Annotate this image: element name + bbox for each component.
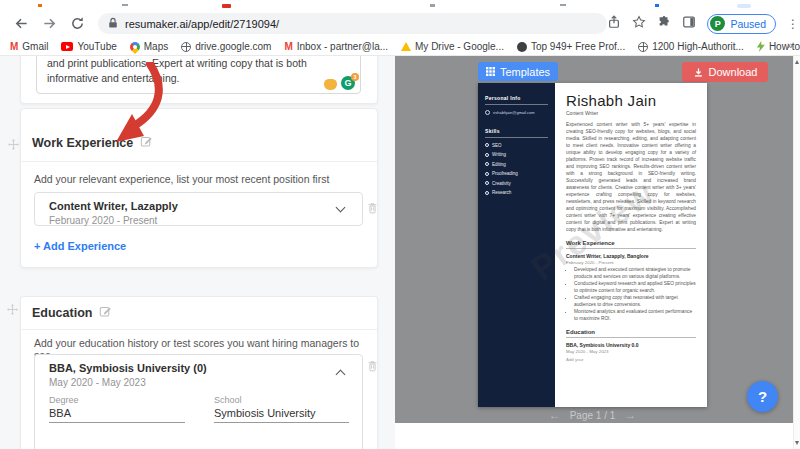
drag-move-icon[interactable] [7, 137, 20, 150]
skill-bullet-icon [485, 172, 489, 176]
skill-label: Proofreading [492, 171, 518, 176]
resume-education-date: May 2020 - May 2023 [566, 349, 696, 354]
url-bar[interactable]: resumaker.ai/app/edit/2719094/ [98, 13, 607, 34]
prev-page-icon[interactable]: ← [549, 408, 561, 422]
bookmark-label: Maps [144, 41, 168, 52]
browser-menu-icon[interactable]: ⋮ [787, 22, 793, 26]
side-panel-icon[interactable] [682, 15, 696, 33]
profile-sync-paused-badge[interactable]: P Paused [707, 14, 776, 34]
reload-icon[interactable] [70, 16, 85, 31]
work-entry-card[interactable]: Content Writer, Lazapply February 2020 -… [34, 192, 363, 226]
resume-bullet: Developed and executed content strategie… [574, 267, 696, 280]
resume-body: Rishabh Jain Content Writer Experienced … [555, 83, 707, 407]
resume-bullet: Conducted keyword research and applied S… [574, 281, 696, 294]
templates-button[interactable]: Templates [478, 62, 558, 81]
add-experience-button[interactable]: + Add Experience [34, 240, 126, 252]
skills-heading: Skills [485, 128, 548, 138]
lightning-icon [757, 41, 765, 52]
page-indicator: Page 1 / 1 [570, 410, 616, 421]
bookmark-inbox[interactable]: MInbox - partner@la... [284, 41, 388, 52]
tab-favicon-sliver [38, 4, 42, 7]
bookmark-star-icon[interactable] [632, 15, 646, 33]
bookmark-label: My Drive - Google... [415, 41, 504, 52]
summary-text[interactable]: with 7+ years' experience creating effec… [47, 56, 344, 86]
browser-window: resumaker.ai/app/edit/2719094/ P Paused … [0, 0, 800, 449]
skill-bullet-icon [485, 181, 489, 185]
preview-column: Templates Download Personal Info rishabh… [395, 56, 793, 449]
bookmark-youtube[interactable]: YouTube [61, 41, 116, 52]
download-button[interactable]: Download [682, 62, 768, 82]
youtube-icon [61, 42, 73, 51]
scroll-down-icon[interactable] [795, 441, 799, 445]
bookmark-maps[interactable]: Maps [130, 41, 168, 52]
bookmark-how-to-add[interactable]: How to add your re... [757, 41, 800, 52]
degree-input[interactable]: BBA [49, 405, 185, 423]
tab-strip[interactable] [0, 0, 800, 9]
education-entry-card[interactable]: BBA, Symbiosis University (0) May 2020 -… [34, 354, 363, 449]
app-content: with 7+ years' experience creating effec… [0, 56, 800, 449]
resume-name: Rishabh Jain [566, 92, 696, 109]
extensions-puzzle-icon[interactable] [657, 15, 671, 33]
resume-page: Personal Info rishabhjain@gmail.com Skil… [478, 83, 707, 407]
skill-bullet-icon [485, 153, 489, 157]
tab-favicon-sliver [430, 4, 435, 7]
resume-work-title: Content Writer, Lazapply, Banglore [566, 253, 696, 259]
resume-editor-panel: with 7+ years' experience creating effec… [0, 56, 395, 449]
bookmark-gmail[interactable]: MGmail [10, 41, 48, 52]
work-entry-title: Content Writer, Lazapply [49, 200, 178, 212]
personal-info-heading: Personal Info [485, 95, 548, 105]
skill-label: Research [492, 190, 511, 195]
summary-textarea[interactable]: with 7+ years' experience creating effec… [36, 56, 361, 94]
bookmark-top-949[interactable]: Top 949+ Free Prof... [517, 41, 625, 52]
education-entry-title: BBA, Symbiosis University (0) [49, 362, 207, 374]
resume-bullet: Monitored analytics and evaluated conten… [574, 309, 696, 322]
work-section-description: Add your relevant experience, list your … [34, 173, 329, 185]
bookmark-label: Inbox - partner@la... [297, 41, 388, 52]
bookmark-1200-high-authority[interactable]: 1200 High-Authorit... [638, 41, 744, 52]
scroll-up-icon[interactable] [795, 60, 799, 64]
email-icon [485, 110, 490, 115]
resume-preview-panel: Templates Download Personal Info rishabh… [395, 56, 793, 423]
school-input[interactable]: Symbiosis University [214, 405, 349, 423]
drag-move-icon[interactable] [6, 302, 19, 315]
bookmark-drive-site[interactable]: drive.google.com [181, 41, 271, 52]
help-button[interactable]: ? [747, 381, 778, 412]
education-entry-date: May 2020 - May 2023 [49, 377, 146, 388]
tab-favicon-sliver [560, 4, 566, 6]
lock-icon[interactable] [108, 15, 118, 33]
bookmark-label: Gmail [22, 41, 48, 52]
next-page-icon[interactable]: → [624, 408, 636, 422]
bookmarks-overflow-icon[interactable]: » [787, 39, 793, 51]
gmail-icon: M [284, 42, 292, 52]
download-icon [693, 67, 704, 78]
resume-work-heading: Work Experience [566, 240, 696, 249]
delete-work-entry-icon[interactable] [366, 201, 379, 215]
url-text[interactable]: resumaker.ai/app/edit/2719094/ [125, 18, 279, 30]
delete-education-entry-icon[interactable] [366, 359, 379, 373]
forward-icon[interactable] [42, 16, 57, 31]
templates-label: Templates [500, 66, 550, 78]
edit-pencil-icon[interactable] [140, 134, 153, 152]
share-icon[interactable] [607, 15, 621, 33]
back-icon[interactable] [14, 16, 29, 31]
bookmark-my-drive[interactable]: My Drive - Google... [401, 41, 504, 52]
skill-label: Creativity [492, 181, 511, 186]
bookmark-label: YouTube [77, 41, 116, 52]
chevron-up-icon[interactable] [336, 370, 346, 380]
education-section: Education Add your education history or … [20, 296, 378, 449]
grammarly-icon[interactable]: G3 [341, 76, 355, 90]
work-experience-heading: Work Experience [32, 136, 133, 150]
resume-education-title: BBA, Symbiosis University 0.0 [566, 342, 696, 348]
tab-favicon-sliver [655, 4, 659, 7]
skill-label: SEO [492, 143, 502, 148]
page-navigation: ←Page 1 / 1→ [478, 408, 707, 422]
page-scrollbar[interactable] [793, 56, 800, 449]
edit-pencil-icon[interactable] [99, 304, 112, 322]
grammarly-count-badge: 3 [351, 73, 359, 81]
resume-bullet: Crafted engaging copy that resonated wit… [574, 295, 696, 308]
chevron-down-icon[interactable] [336, 203, 346, 213]
resume-education-note: Add your [566, 357, 696, 362]
download-label: Download [709, 66, 758, 78]
site-icon [517, 42, 527, 52]
bookmark-label: How to add your re... [769, 41, 800, 52]
